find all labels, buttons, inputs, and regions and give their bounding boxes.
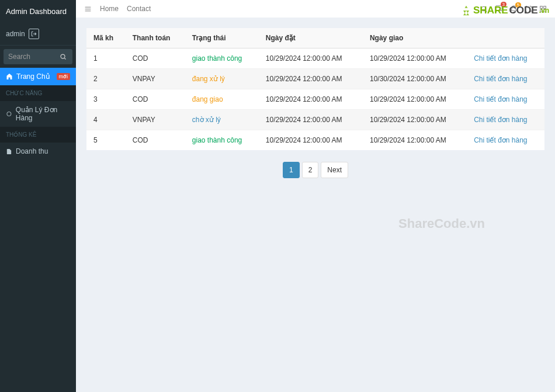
menu-toggle-icon[interactable] xyxy=(84,5,92,13)
svg-rect-6 xyxy=(540,6,543,8)
cell-link: Chi tiết đơn hàng xyxy=(467,69,544,89)
cell-id: 2 xyxy=(86,69,126,89)
table-row: 5CODgiao thành công10/29/2024 12:00:00 A… xyxy=(86,130,544,151)
cell-link: Chi tiết đơn hàng xyxy=(467,48,544,69)
th-action xyxy=(467,28,544,48)
th-order-date: Ngày đặt xyxy=(259,28,363,48)
cell-order-date: 10/29/2024 12:00:00 AM xyxy=(259,48,363,69)
search-icon[interactable] xyxy=(480,5,488,13)
nav-link-home[interactable]: Home xyxy=(100,5,119,13)
sidebar-item-home[interactable]: Trang Chủ mới xyxy=(0,68,76,85)
search-row xyxy=(0,46,76,68)
cell-status: giao thành công xyxy=(185,130,259,151)
cell-link: Chi tiết đơn hàng xyxy=(467,130,544,151)
svg-rect-9 xyxy=(540,9,543,12)
detail-link[interactable]: Chi tiết đơn hàng xyxy=(474,54,527,63)
sidebar-item-label: Doanh thu xyxy=(16,147,48,155)
cell-id: 5 xyxy=(86,130,126,151)
cell-delivery-date: 10/29/2024 12:00:00 AM xyxy=(363,89,467,110)
detail-link[interactable]: Chi tiết đơn hàng xyxy=(474,116,527,124)
detail-link[interactable]: Chi tiết đơn hàng xyxy=(474,136,527,144)
cell-status: đang giao xyxy=(185,89,259,110)
cell-order-date: 10/29/2024 12:00:00 AM xyxy=(259,89,363,110)
logout-icon[interactable] xyxy=(29,29,39,39)
cell-status: đang xử lý xyxy=(185,69,259,89)
cell-id: 4 xyxy=(86,110,126,130)
cell-order-date: 10/29/2024 12:00:00 AM xyxy=(259,110,363,130)
sidebar-item-orders[interactable]: Quản Lý Đơn Hàng xyxy=(0,101,76,127)
sidebar-item-label: Quản Lý Đơn Hàng xyxy=(16,106,70,122)
grid-icon[interactable] xyxy=(539,5,547,13)
table-row: 3CODđang giao10/29/2024 12:00:00 AM10/29… xyxy=(86,89,544,110)
badge-new: mới xyxy=(57,73,71,80)
table-row: 4VNPAYchờ xử lý10/29/2024 12:00:00 AM10/… xyxy=(86,110,544,130)
nav-header-functions: CHỨC NĂNG xyxy=(0,85,76,101)
svg-point-0 xyxy=(61,54,65,58)
page-1[interactable]: 1 xyxy=(283,162,300,178)
cell-delivery-date: 10/29/2024 12:00:00 AM xyxy=(363,130,467,151)
table-header-row: Mã kh Thanh toán Trạng thái Ngày đặt Ngà… xyxy=(86,28,544,48)
main: Home Contact 3 5 xyxy=(76,0,555,392)
cell-payment: COD xyxy=(126,130,185,151)
sidebar-title: Admin Dashboard xyxy=(0,0,76,23)
cell-payment: VNPAY xyxy=(126,69,185,89)
svg-point-5 xyxy=(481,6,486,11)
th-status: Trạng thái xyxy=(185,28,259,48)
cell-delivery-date: 10/29/2024 12:00:00 AM xyxy=(363,110,467,130)
search-button[interactable] xyxy=(54,49,72,64)
cell-payment: COD xyxy=(126,48,185,69)
orders-table: Mã kh Thanh toán Trạng thái Ngày đặt Ngà… xyxy=(86,28,544,150)
pagination: 1 2 Next xyxy=(86,162,544,178)
cell-status: chờ xử lý xyxy=(185,110,259,130)
circle-icon xyxy=(6,110,12,117)
user-panel: admin xyxy=(0,23,76,46)
chat-icon[interactable]: 3 xyxy=(495,5,503,13)
bell-icon[interactable]: 5 xyxy=(510,5,518,13)
cell-delivery-date: 10/29/2024 12:00:00 AM xyxy=(363,48,467,69)
cell-order-date: 10/29/2024 12:00:00 AM xyxy=(259,130,363,151)
detail-link[interactable]: Chi tiết đơn hàng xyxy=(474,95,527,103)
content: Mã kh Thanh toán Trạng thái Ngày đặt Ngà… xyxy=(76,18,555,392)
cell-status: giao thành công xyxy=(185,48,259,69)
bell-badge: 5 xyxy=(515,2,521,8)
search-icon xyxy=(60,53,67,60)
nav-link-contact[interactable]: Contact xyxy=(127,5,151,13)
top-nav-links: Home Contact xyxy=(100,5,151,13)
th-payment: Thanh toán xyxy=(126,28,185,48)
cell-link: Chi tiết đơn hàng xyxy=(467,89,544,110)
page-next[interactable]: Next xyxy=(321,162,348,178)
cell-id: 3 xyxy=(86,89,126,110)
svg-rect-8 xyxy=(544,9,546,12)
table-row: 1CODgiao thành công10/29/2024 12:00:00 A… xyxy=(86,48,544,69)
file-icon xyxy=(6,148,12,155)
svg-point-1 xyxy=(7,112,11,116)
cell-payment: COD xyxy=(126,89,185,110)
page-2[interactable]: 2 xyxy=(302,162,319,178)
home-icon xyxy=(6,73,13,80)
cell-delivery-date: 10/30/2024 12:00:00 AM xyxy=(363,69,467,89)
cell-id: 1 xyxy=(86,48,126,69)
username: admin xyxy=(6,30,25,38)
expand-icon[interactable] xyxy=(525,5,532,13)
cell-payment: VNPAY xyxy=(126,110,185,130)
cell-link: Chi tiết đơn hàng xyxy=(467,110,544,130)
sidebar: Admin Dashboard admin Trang Chủ mới CHỨC… xyxy=(0,0,76,392)
chat-badge: 3 xyxy=(501,2,507,7)
th-id: Mã kh xyxy=(86,28,126,48)
sidebar-item-revenue[interactable]: Doanh thu xyxy=(0,143,76,160)
svg-rect-7 xyxy=(544,6,546,8)
detail-link[interactable]: Chi tiết đơn hàng xyxy=(474,75,527,83)
search-input[interactable] xyxy=(4,49,54,64)
topbar-actions: 3 5 xyxy=(480,5,547,13)
cell-order-date: 10/29/2024 12:00:00 AM xyxy=(259,69,363,89)
sidebar-item-label: Trang Chủ xyxy=(16,72,50,81)
table-row: 2VNPAYđang xử lý10/29/2024 12:00:00 AM10… xyxy=(86,69,544,89)
th-delivery-date: Ngày giao xyxy=(363,28,467,48)
nav-header-stats: Thống kê xyxy=(0,127,76,143)
topbar: Home Contact 3 5 xyxy=(76,0,555,18)
